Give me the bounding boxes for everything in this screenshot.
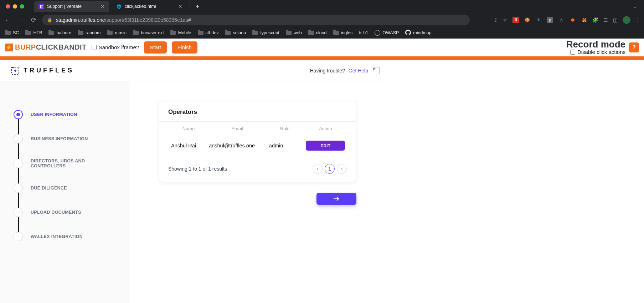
side-panel-icon[interactable]: ◫ [613, 17, 618, 23]
table-row: Anshul Rai anshul@truffles.one admin EDI… [159, 136, 356, 157]
bookmark-folder[interactable]: random [78, 30, 101, 35]
orange-divider [0, 56, 644, 60]
extension-icon[interactable]: ✳ [535, 17, 542, 23]
col-header-action: Action [304, 126, 347, 131]
tab-title: Support | Venrate [47, 4, 82, 9]
tab-support-venrate[interactable]: ◧ Support | Venrate ✕ [34, 1, 109, 12]
card-title: Operators [159, 101, 356, 121]
steps-list: USER INFORMATION BUSINESS INFORMATION DI… [14, 110, 119, 241]
extension-icon[interactable]: ⬢ [570, 17, 576, 23]
kebab-menu-icon[interactable]: ⋮ [635, 17, 640, 23]
lock-icon: 🔒 [47, 17, 52, 22]
share-icon[interactable]: ⇪ [494, 17, 498, 23]
page-next-button[interactable]: › [337, 164, 347, 174]
favicon-icon: ◧ [38, 4, 44, 9]
brand-text: TRUFFLES [24, 67, 74, 74]
step-due-diligence[interactable]: DUE DILIGENCE [14, 183, 119, 193]
app-body: USER INFORMATION BUSINESS INFORMATION DI… [0, 81, 390, 303]
step-indicator-icon [14, 232, 23, 241]
step-indicator-icon [14, 159, 23, 168]
close-tab-icon[interactable]: ✕ [101, 4, 105, 9]
extension-icon[interactable]: ⛼ [558, 17, 565, 23]
close-tab-icon[interactable]: ✕ [178, 4, 182, 9]
step-wallex-integration[interactable]: WALLEX INTEGRATION [14, 232, 119, 241]
address-bar[interactable]: 🔒 stagadmin.truffles.one/support/63f31be… [42, 15, 470, 25]
truffles-logo: TRUFFLES [11, 66, 74, 75]
bookmark-folder[interactable]: Mobile [170, 30, 191, 35]
bookmark-folder[interactable]: HTB [25, 30, 42, 35]
extension-icon[interactable]: p [547, 17, 553, 23]
get-help-link[interactable]: Get Help [349, 68, 368, 74]
bookmark-folder[interactable]: browser ext [133, 30, 164, 35]
page-number-button[interactable]: 1 [325, 164, 335, 174]
tab-divider [190, 3, 190, 10]
bookmark-link[interactable]: hh1 [359, 30, 368, 35]
bookmark-folder[interactable]: solana [225, 30, 246, 35]
window-controls [6, 4, 24, 9]
step-indicator-icon [14, 134, 23, 143]
sandbox-checkbox-input[interactable] [92, 45, 97, 50]
step-directors-ubos[interactable]: DIRECTORS, UBOS AND CONTROLLERS [14, 158, 119, 168]
pagination: ‹ 1 › [313, 164, 347, 174]
minimize-window-icon[interactable] [13, 4, 17, 9]
bookmark-folder[interactable]: SC [5, 30, 19, 35]
cell-action: EDIT [304, 141, 347, 151]
broken-image-icon [372, 67, 380, 74]
finish-button[interactable]: Finish [172, 41, 197, 54]
bookmark-star-icon[interactable]: ☆ [503, 17, 508, 23]
next-step-button[interactable] [316, 193, 356, 205]
page-prev-button[interactable]: ‹ [313, 164, 323, 174]
app-frame: TRUFFLES Having trouble?Get Help USER IN… [0, 60, 390, 303]
sidebar: USER INFORMATION BUSINESS INFORMATION DI… [0, 81, 130, 303]
bookmark-folder[interactable]: typescript [252, 30, 279, 35]
profile-avatar[interactable] [623, 16, 630, 24]
back-button[interactable]: ← [4, 16, 12, 24]
cell-email: anshul@truffles.one [209, 143, 266, 148]
edit-button[interactable]: EDIT [306, 141, 345, 151]
col-header-role: Role [266, 126, 304, 131]
help-button[interactable]: ? [629, 42, 639, 52]
reload-button[interactable]: ⟳ [29, 16, 38, 24]
arrow-right-icon [333, 196, 340, 201]
tab-title: clickjacked.html [125, 4, 156, 9]
extensions-puzzle-icon[interactable]: 🧩 [592, 17, 598, 23]
disable-checkbox-input[interactable] [570, 50, 575, 55]
bookmark-folder[interactable]: web [286, 30, 302, 35]
disable-click-checkbox[interactable]: Disable click actions [566, 49, 625, 55]
browser-chrome: ◧ Support | Venrate ✕ 🌐 clickjacked.html… [0, 0, 644, 39]
bookmark-folder[interactable]: ctf dev [198, 30, 219, 35]
step-indicator-icon [14, 208, 23, 217]
extension-icon[interactable]: 🍪 [524, 17, 530, 23]
step-business-information[interactable]: BUSINESS INFORMATION [14, 134, 119, 143]
extension-icon[interactable]: ⠿ [512, 17, 519, 23]
tabs-menu-icon[interactable]: ⌄ [629, 4, 640, 9]
extension-icon[interactable]: 🦊 [581, 17, 587, 23]
tab-strip: ◧ Support | Venrate ✕ 🌐 clickjacked.html… [0, 0, 644, 13]
card-footer: Showing 1 to 1 of 1 results ‹ 1 › [159, 157, 356, 182]
tab-clickjacked[interactable]: 🌐 clickjacked.html ✕ [112, 1, 187, 12]
bookmark-folder[interactable]: music [107, 30, 127, 35]
new-tab-button[interactable]: + [193, 3, 202, 10]
bookmark-folder[interactable]: cloud [308, 30, 327, 35]
bookmark-link[interactable]: mindmap [405, 30, 431, 36]
reading-list-icon[interactable]: ☰ [603, 17, 608, 23]
maximize-window-icon[interactable] [20, 4, 24, 9]
operators-card: Operators Name Email Role Action Anshul … [159, 101, 356, 182]
cell-name: Anshul Rai [168, 143, 209, 148]
toolbar: ← → ⟳ 🔒 stagadmin.truffles.one/support/6… [0, 13, 644, 27]
bookmark-folder[interactable]: halborn [48, 30, 71, 35]
main-content: Operators Name Email Role Action Anshul … [130, 81, 390, 303]
step-upload-documents[interactable]: UPLOAD DOCUMENTS [14, 208, 119, 217]
bookmark-folder[interactable]: ingles [333, 30, 353, 35]
sandbox-iframe-checkbox[interactable]: Sandbox iframe? [92, 44, 139, 50]
start-button[interactable]: Start [144, 41, 167, 54]
forward-button[interactable]: → [16, 16, 25, 24]
burp-mark-icon: ⚡ [5, 44, 13, 51]
burp-logo: ⚡ BURPCLICKBANDIT [5, 43, 87, 51]
step-indicator-icon [14, 110, 23, 119]
table-header: Name Email Role Action [159, 121, 356, 136]
step-user-information[interactable]: USER INFORMATION [14, 110, 119, 119]
bookmark-link[interactable]: OWASP [375, 30, 399, 36]
close-window-icon[interactable] [6, 4, 10, 9]
bookmarks-bar: SC HTB halborn random music browser ext … [0, 27, 644, 39]
